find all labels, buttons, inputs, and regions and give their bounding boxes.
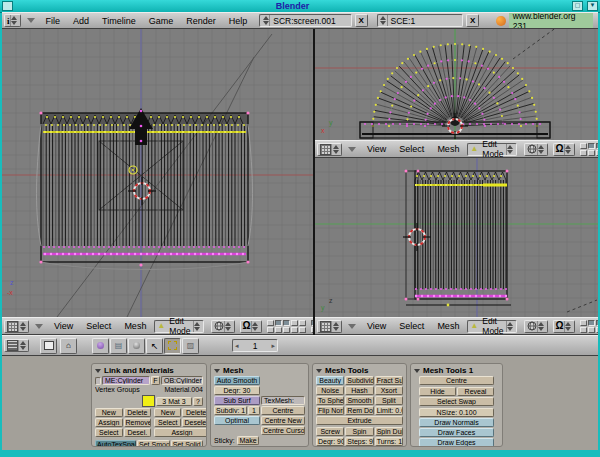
- buttons-window-type-stepper[interactable]: [18, 340, 26, 351]
- screen-stepper[interactable]: [262, 15, 270, 26]
- draw-type-button[interactable]: [524, 320, 548, 333]
- slower-draw-button[interactable]: SlowerD: [260, 446, 284, 447]
- fract-sub-button[interactable]: Fract Sub: [375, 376, 403, 385]
- scene-delete-button[interactable]: X: [466, 14, 479, 27]
- nsize-field[interactable]: NSize: 0.100: [419, 408, 494, 417]
- mode-dropdown[interactable]: ▲ Edit Mode: [467, 320, 516, 333]
- mode-stepper[interactable]: [193, 321, 201, 332]
- menu-mesh[interactable]: Mesh: [432, 321, 464, 331]
- layer-cell[interactable]: [311, 327, 313, 333]
- maximize-button[interactable]: ▢: [572, 1, 583, 11]
- draw-normals-toggle[interactable]: Draw Normals: [419, 418, 494, 427]
- centre-button[interactable]: Centre: [261, 406, 305, 415]
- layer-cell[interactable]: [588, 327, 595, 333]
- viewport-type-button[interactable]: [317, 320, 342, 333]
- vgroup-assign-button[interactable]: Assign: [95, 418, 123, 427]
- object-context-button[interactable]: ↖: [146, 338, 163, 354]
- viewport-front[interactable]: z-x: [2, 29, 313, 317]
- mode-dropdown[interactable]: ▲ Edit Mode: [154, 320, 203, 333]
- menu-help[interactable]: Help: [224, 16, 253, 26]
- layer-cell[interactable]: [580, 150, 587, 156]
- texmesh-field[interactable]: TexMesh:: [261, 396, 305, 405]
- degr90-field[interactable]: Degr: 90: [316, 437, 344, 446]
- layer-cell[interactable]: [596, 327, 598, 333]
- flip-normals-button[interactable]: Flip Norm: [316, 406, 344, 415]
- menu-view[interactable]: View: [362, 144, 391, 154]
- viewport-top-canvas[interactable]: xy: [315, 29, 598, 140]
- home-button[interactable]: ⌂: [60, 338, 77, 354]
- frame-number-field[interactable]: ◂ 1 ▸: [232, 339, 278, 352]
- vgroup-delete-button[interactable]: Delete: [124, 408, 152, 417]
- limit-field[interactable]: Limit: 0.001: [375, 406, 403, 415]
- screw-button[interactable]: Screw: [316, 427, 344, 436]
- screen-selector[interactable]: SCR:screen.001: [259, 14, 352, 27]
- menu-mesh[interactable]: Mesh: [432, 144, 464, 154]
- beauty-toggle[interactable]: Beauty: [316, 376, 344, 385]
- layer-cell[interactable]: [275, 320, 282, 326]
- degr-field[interactable]: Degr: 30: [214, 386, 260, 395]
- pivot-button[interactable]: Ω: [553, 143, 575, 156]
- layer-cell[interactable]: [267, 327, 274, 333]
- menu-game[interactable]: Game: [144, 16, 179, 26]
- menu-select[interactable]: Select: [81, 321, 116, 331]
- spin-dup-button[interactable]: Spin Dup: [375, 427, 403, 436]
- layer-cell[interactable]: [588, 320, 595, 326]
- rem-doubles-button[interactable]: Rem Doub: [345, 406, 373, 415]
- draw-faces-toggle[interactable]: Draw Faces: [419, 428, 494, 437]
- layer-buttons-group-2[interactable]: [311, 320, 313, 333]
- scene-selector[interactable]: SCE:1: [377, 14, 464, 27]
- draw-type-stepper[interactable]: [224, 321, 232, 332]
- vgroup-new-button[interactable]: New: [95, 408, 123, 417]
- set-smooth-button[interactable]: Set Smooth: [137, 440, 169, 447]
- subdivide-button[interactable]: Subdivide: [345, 376, 373, 385]
- material-assign-button[interactable]: Assign: [154, 428, 207, 437]
- vgroup-remove-button[interactable]: Remove: [124, 418, 152, 427]
- smooth-button[interactable]: Smooth: [345, 396, 373, 405]
- viewport-type-stepper[interactable]: [331, 144, 339, 155]
- mesh-name-field[interactable]: ME:Cylinder: [102, 376, 150, 385]
- spin-button[interactable]: Spin: [345, 427, 373, 436]
- fake-user-button[interactable]: F: [151, 376, 160, 385]
- menu-view[interactable]: View: [49, 321, 78, 331]
- viewport-side-canvas[interactable]: yz: [315, 158, 598, 317]
- viewport-type-button[interactable]: [4, 320, 29, 333]
- draw-type-button[interactable]: [211, 320, 235, 333]
- scene-context-button[interactable]: ▨: [182, 338, 199, 354]
- collapse-icon[interactable]: [27, 18, 35, 23]
- layer-cell[interactable]: [283, 327, 290, 333]
- editing-context-button[interactable]: [164, 338, 181, 354]
- screen-delete-button[interactable]: X: [355, 14, 368, 27]
- noise-button[interactable]: Noise: [316, 386, 344, 395]
- material-new-button[interactable]: New: [154, 408, 181, 417]
- layer-cell[interactable]: [291, 320, 298, 326]
- viewport-type-stepper[interactable]: [331, 321, 339, 332]
- split-button[interactable]: Split: [375, 396, 403, 405]
- mode-stepper[interactable]: [506, 144, 514, 155]
- autotexspace-toggle[interactable]: AutoTexSpace: [95, 440, 136, 447]
- layer-cell[interactable]: [580, 143, 587, 149]
- viewport-front-canvas[interactable]: z-x: [2, 29, 313, 317]
- panel-header-mesh-tools-1[interactable]: Mesh Tools 1: [414, 366, 499, 375]
- vertcol-make-button[interactable]: Make: [237, 446, 259, 447]
- to-sphere-button[interactable]: To Sphere: [316, 396, 344, 405]
- vgroup-deselect-button[interactable]: Desel.: [124, 428, 152, 437]
- viewport-side[interactable]: yz: [315, 158, 598, 317]
- material-menu-button[interactable]: ?: [193, 397, 203, 406]
- material-delete-button[interactable]: Delete: [182, 408, 207, 417]
- shading-context-button[interactable]: [128, 338, 145, 354]
- layer-cell[interactable]: [291, 327, 298, 333]
- pivot-stepper[interactable]: [564, 144, 572, 155]
- hash-button[interactable]: Hash: [345, 386, 373, 395]
- layer-buttons-group-1[interactable]: [580, 143, 598, 156]
- frame-next-icon[interactable]: ▸: [271, 342, 275, 350]
- scene-stepper[interactable]: [380, 15, 388, 26]
- collapse-icon[interactable]: [348, 147, 356, 152]
- pivot-button[interactable]: Ω: [240, 320, 262, 333]
- material-index-field[interactable]: 3 Mat 3: [156, 397, 192, 406]
- window-type-button[interactable]: i: [4, 14, 21, 27]
- turns-field[interactable]: Turns: 1: [375, 437, 403, 446]
- centre-new-button[interactable]: Centre New: [261, 416, 305, 425]
- menu-render[interactable]: Render: [181, 16, 221, 26]
- layer-cell[interactable]: [596, 320, 598, 326]
- hide-button[interactable]: Hide: [419, 387, 456, 396]
